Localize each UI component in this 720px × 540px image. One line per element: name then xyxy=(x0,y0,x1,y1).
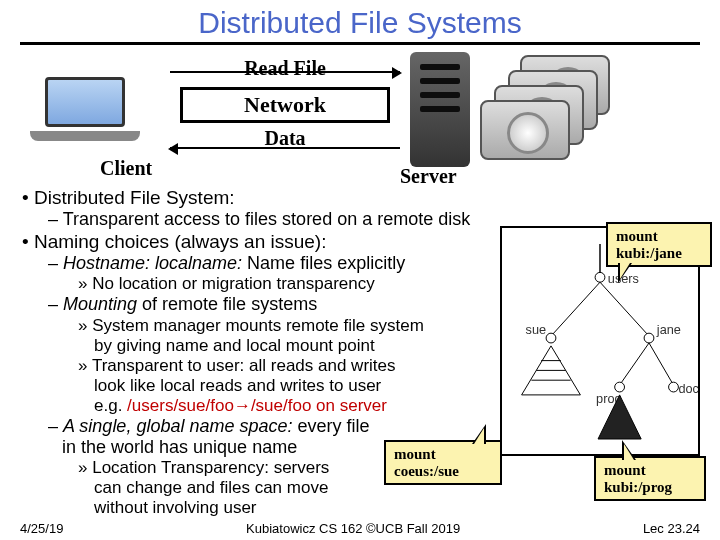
read-label: Read File xyxy=(180,57,390,80)
bullet-loctrans3: without involving user xyxy=(94,498,698,518)
text: look like local reads and writes to user xyxy=(94,376,381,395)
text-italic: A single, global name space: xyxy=(63,416,292,436)
text: Distributed File System: xyxy=(34,187,235,208)
top-diagram: Read File Network Data Client Server xyxy=(20,47,700,187)
tree-doc: doc xyxy=(678,381,698,396)
callout-pointer-icon xyxy=(472,424,486,444)
server-label: Server xyxy=(400,165,457,188)
svg-line-11 xyxy=(649,343,674,385)
data-label: Data xyxy=(180,127,390,150)
text: mount xyxy=(604,462,646,478)
tree-jane: jane xyxy=(656,322,681,337)
slide-title: Distributed File Systems xyxy=(20,0,700,45)
text: kubi:/jane xyxy=(616,245,682,261)
text: System manager mounts remote file system xyxy=(92,316,424,335)
text: on server xyxy=(311,396,387,415)
network-box: Network xyxy=(180,87,390,123)
text: without involving user xyxy=(94,498,257,517)
text: kubi:/prog xyxy=(604,479,672,495)
text: No location or migration transparency xyxy=(92,274,375,293)
callout-pointer-icon xyxy=(622,440,636,460)
footer-date: 4/25/19 xyxy=(20,521,63,536)
svg-point-5 xyxy=(644,333,654,343)
text: of remote file systems xyxy=(137,294,317,314)
arrow-icon: → xyxy=(234,396,251,415)
disk-stack-icon xyxy=(480,55,610,165)
footer-center: Kubiatowicz CS 162 ©UCB Fall 2019 xyxy=(246,521,460,536)
server-icon xyxy=(410,52,470,167)
text: in the world has unique name xyxy=(62,437,297,457)
text: Naming choices (always an issue): xyxy=(34,231,327,252)
callout-pointer-icon xyxy=(618,263,632,283)
path-left: /users/sue/foo xyxy=(127,396,234,415)
text: can change and files can move xyxy=(94,478,328,497)
svg-line-10 xyxy=(620,343,649,385)
bullet-dfs: Distributed File System: xyxy=(22,187,698,209)
laptop-icon xyxy=(30,77,150,162)
footer-right: Lec 23.24 xyxy=(643,521,700,536)
text: by giving name and local mount point xyxy=(94,336,375,355)
svg-point-1 xyxy=(595,272,605,282)
svg-line-3 xyxy=(600,282,649,336)
text: Location Transparency: servers xyxy=(92,458,329,477)
svg-point-13 xyxy=(669,382,679,392)
text: mount xyxy=(616,228,658,244)
text: Name files explicitly xyxy=(242,253,405,273)
callout-sue: mount coeus:/sue xyxy=(384,440,502,485)
path-right: /sue/foo xyxy=(251,396,312,415)
tree-sue: sue xyxy=(526,322,547,337)
callout-jane: mount kubi:/jane xyxy=(606,222,712,267)
callout-prog: mount kubi:/prog xyxy=(594,456,706,501)
client-label: Client xyxy=(100,157,152,180)
text: Transparent to user: all reads and write… xyxy=(92,356,396,375)
text-italic: Hostname: localname: xyxy=(63,253,242,273)
text: coeus:/sue xyxy=(394,463,459,479)
text: e.g. xyxy=(94,396,127,415)
text-italic: Mounting xyxy=(63,294,137,314)
svg-point-4 xyxy=(546,333,556,343)
svg-line-2 xyxy=(551,282,600,336)
text: Transparent access to files stored on a … xyxy=(63,209,471,229)
footer: 4/25/19 Kubiatowicz CS 162 ©UCB Fall 201… xyxy=(0,521,720,536)
text: mount xyxy=(394,446,436,462)
text: every file xyxy=(293,416,370,436)
